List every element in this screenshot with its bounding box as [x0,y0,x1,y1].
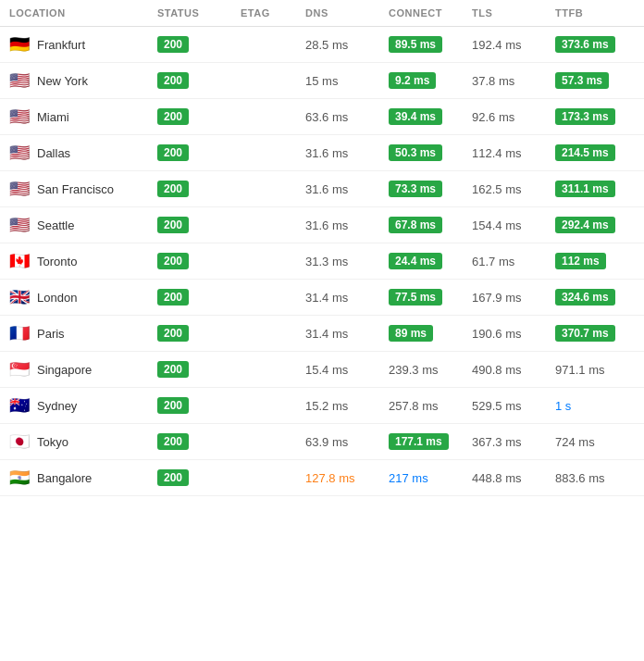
flag-icon: 🇩🇪 [9,36,30,53]
status-cell: 200 [157,397,241,414]
ttfb-cell: 173.3 ms [555,108,638,125]
tls-value: 192.4 ms [472,38,521,52]
location-name: Seattle [37,218,74,232]
tls-cell: 192.4 ms [472,38,555,52]
connect-value: 217 ms [389,471,428,485]
table-row: 🇩🇪Frankfurt20028.5 ms89.5 ms192.4 ms373.… [0,27,644,63]
ttfb-value: 292.4 ms [555,217,615,233]
ttfb-value: 724 ms [555,435,595,449]
status-badge: 200 [157,361,189,378]
status-cell: 200 [157,253,241,269]
location-cell: 🇺🇸Miami [9,108,157,125]
status-badge: 200 [157,433,189,450]
tls-value: 190.6 ms [472,327,521,341]
ttfb-value: 971.1 ms [555,363,604,377]
dns-value: 31.4 ms [305,327,348,341]
ttfb-value: 324.6 ms [555,289,615,306]
status-cell: 200 [157,469,241,486]
tls-cell: 190.6 ms [472,327,555,341]
tls-cell: 92.6 ms [472,110,555,124]
dns-cell: 15.4 ms [305,363,389,377]
location-cell: 🇬🇧London [9,289,157,306]
connect-value: 89.5 ms [389,36,442,53]
location-name: New York [37,74,88,88]
tls-cell: 112.4 ms [472,146,555,160]
tls-value: 162.5 ms [472,182,521,196]
table-row: 🇫🇷Paris20031.4 ms89 ms190.6 ms370.7 ms [0,316,644,352]
header-col-ttfb: TTFB [555,7,638,19]
connect-value: 89 ms [389,325,433,342]
connect-value: 239.3 ms [389,363,438,377]
dns-cell: 31.4 ms [305,327,389,341]
header-col-dns: DNS [305,7,389,19]
tls-cell: 529.5 ms [472,399,555,413]
location-cell: 🇺🇸Seattle [9,217,157,233]
tls-cell: 367.3 ms [472,435,555,449]
tls-cell: 154.4 ms [472,218,555,232]
connect-cell: 24.4 ms [389,253,472,269]
tls-cell: 490.8 ms [472,363,555,377]
ttfb-cell: 971.1 ms [555,363,638,377]
dns-value: 15 ms [305,74,338,88]
header-col-etag: ETAG [241,7,305,19]
tls-cell: 37.8 ms [472,74,555,88]
location-cell: 🇩🇪Frankfurt [9,36,157,53]
tls-value: 61.7 ms [472,255,514,268]
location-cell: 🇨🇦Toronto [9,253,157,269]
dns-value: 31.6 ms [305,182,348,196]
connect-cell: 9.2 ms [389,72,472,89]
ttfb-cell: 883.6 ms [555,471,638,485]
ttfb-value: 57.3 ms [555,72,609,89]
dns-value: 15.4 ms [305,363,348,377]
dns-value: 63.9 ms [305,435,348,449]
location-cell: 🇮🇳Bangalore [9,469,157,486]
connect-value: 50.3 ms [389,144,442,161]
status-badge: 200 [157,469,189,486]
header-col-location: LOCATION [9,7,157,19]
connect-cell: 89 ms [389,325,472,342]
connect-value: 257.8 ms [389,399,438,413]
performance-table: LOCATIONSTATUSETAGDNSCONNECTTLSTTFB 🇩🇪Fr… [0,0,644,496]
connect-cell: 217 ms [389,471,472,485]
table-header: LOCATIONSTATUSETAGDNSCONNECTTLSTTFB [0,0,644,27]
connect-value: 77.5 ms [389,289,442,306]
dns-cell: 127.8 ms [305,471,389,485]
dns-cell: 31.6 ms [305,182,389,196]
ttfb-value: 311.1 ms [555,181,615,197]
ttfb-value: 373.6 ms [555,36,615,53]
location-cell: 🇺🇸Dallas [9,144,157,161]
tls-value: 92.6 ms [472,110,514,124]
location-name: Paris [37,327,65,341]
header-col-status: STATUS [157,7,241,19]
connect-cell: 89.5 ms [389,36,472,53]
connect-cell: 239.3 ms [389,363,472,377]
table-row: 🇺🇸New York20015 ms9.2 ms37.8 ms57.3 ms [0,63,644,99]
dns-value: 31.6 ms [305,146,348,160]
ttfb-cell: 370.7 ms [555,325,638,342]
tls-value: 112.4 ms [472,146,521,160]
location-name: Singapore [37,363,92,377]
table-row: 🇺🇸San Francisco20031.6 ms73.3 ms162.5 ms… [0,171,644,207]
tls-cell: 448.8 ms [472,471,555,485]
dns-cell: 15 ms [305,74,389,88]
connect-cell: 50.3 ms [389,144,472,161]
status-badge: 200 [157,397,189,414]
header-col-tls: TLS [472,7,555,19]
dns-cell: 31.3 ms [305,255,389,268]
ttfb-value: 173.3 ms [555,108,615,125]
flag-icon: 🇸🇬 [9,361,30,378]
status-cell: 200 [157,217,241,233]
location-name: Dallas [37,146,70,160]
dns-value: 15.2 ms [305,399,348,413]
flag-icon: 🇫🇷 [9,325,30,342]
table-row: 🇸🇬Singapore20015.4 ms239.3 ms490.8 ms971… [0,352,644,388]
connect-cell: 177.1 ms [389,433,472,450]
status-cell: 200 [157,108,241,125]
ttfb-cell: 324.6 ms [555,289,638,306]
status-cell: 200 [157,36,241,53]
connect-cell: 257.8 ms [389,399,472,413]
location-cell: 🇦🇺Sydney [9,397,157,414]
connect-value: 177.1 ms [389,433,449,450]
flag-icon: 🇯🇵 [9,433,30,450]
location-name: Bangalore [37,471,92,485]
